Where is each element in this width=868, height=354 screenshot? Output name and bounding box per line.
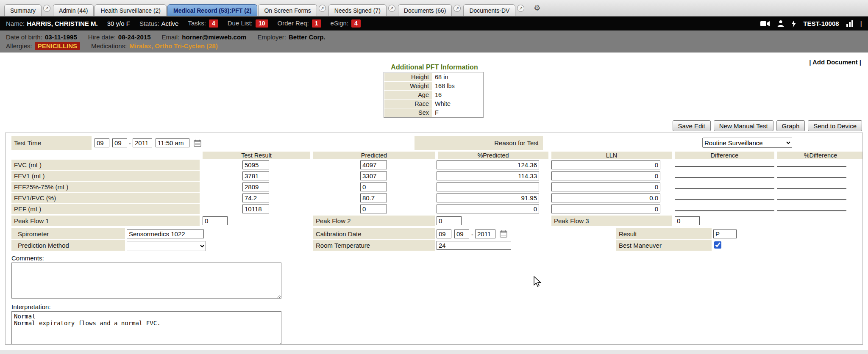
test-time-clock-input[interactable]: [156, 138, 189, 147]
fvc-pct-predicted-input[interactable]: [437, 160, 539, 169]
comments-textarea[interactable]: [11, 263, 281, 299]
calibration-month-input[interactable]: [437, 230, 451, 238]
order-req[interactable]: Order Req:1: [278, 19, 321, 28]
interpretation-textarea[interactable]: Normal Normal expiratory flows and a nor…: [11, 311, 281, 345]
peak-flow-1-label: Peak Flow 1: [11, 216, 200, 226]
reason-for-test-select[interactable]: Routine Surveillance: [702, 138, 792, 148]
email-label: Email:: [162, 33, 180, 41]
calendar-icon[interactable]: [500, 230, 507, 239]
new-manual-test-button[interactable]: New Manual Test: [714, 120, 773, 131]
sex-value: F: [432, 108, 483, 117]
tab-documents-dv[interactable]: Documents-DV: [463, 4, 515, 16]
horizontal-scrollbar[interactable]: [0, 350, 868, 354]
fvc-label: FVC (mL): [11, 160, 200, 170]
demographics-line-2: Allergies: PENICILLINS Medications: Mira…: [6, 41, 862, 50]
tasks[interactable]: Tasks:4: [188, 19, 218, 28]
fev1-predicted-input[interactable]: [360, 171, 387, 180]
fev1-fvc-lln-input[interactable]: [551, 194, 660, 202]
gears-icon[interactable]: ⚙: [534, 3, 540, 13]
fev1-row: FEV1 (mL): [11, 171, 862, 182]
video-camera-icon[interactable]: [760, 20, 770, 27]
tab-summary[interactable]: Summary: [4, 4, 42, 16]
popout-icon[interactable]: ↗: [388, 5, 395, 12]
pef-lln-input[interactable]: [551, 205, 660, 213]
esign-count-badge[interactable]: 4: [351, 19, 361, 28]
calibration-year-input[interactable]: [475, 230, 495, 238]
lightning-icon[interactable]: [791, 20, 796, 28]
fev1-lln-input[interactable]: [551, 171, 660, 180]
fev1-test-result-input[interactable]: [242, 171, 269, 180]
calendar-icon[interactable]: [194, 139, 201, 149]
add-document: | Add Document |: [809, 58, 861, 66]
popout-icon[interactable]: ↗: [453, 5, 461, 12]
weight-label: Weight: [384, 82, 432, 90]
fev1-fvc-predicted-input[interactable]: [360, 194, 387, 202]
test-time-day-input[interactable]: [112, 138, 127, 147]
send-to-device-button[interactable]: Send to Device: [808, 120, 862, 131]
esign[interactable]: eSign:4: [331, 19, 361, 28]
test-time-month-input[interactable]: [95, 138, 109, 147]
pef-predicted-input[interactable]: [360, 205, 387, 213]
save-edit-button[interactable]: Save Edit: [673, 120, 711, 131]
allergy-badge[interactable]: PENICILLINS: [35, 42, 80, 50]
fvc-predicted-input[interactable]: [360, 160, 387, 169]
best-maneuver-label: Best Maneuver: [616, 240, 712, 251]
toolbar-divider: |: [860, 19, 862, 28]
tab-admin[interactable]: Admin (44): [53, 4, 94, 16]
fev1-fvc-test-result-input[interactable]: [242, 194, 269, 202]
medications-value[interactable]: Miralax, Ortho Tri-Cyclen (28): [129, 42, 217, 50]
best-maneuver-checkbox[interactable]: [714, 241, 721, 249]
fef25-75-lln-input[interactable]: [551, 183, 660, 191]
order-req-count-badge[interactable]: 1: [312, 19, 321, 28]
height-value: 68 in: [432, 73, 483, 81]
fef25-75-pct-predicted-input[interactable]: [437, 183, 539, 191]
tab-documents-label: Documents (66): [404, 7, 446, 14]
tab-bar: Summary ↗ Admin (44) Health Surveillance…: [0, 0, 868, 17]
additional-pft-information: Additional PFT Information Height68 in W…: [384, 64, 485, 118]
tab-on-screen-forms[interactable]: On Screen Forms: [258, 4, 317, 16]
tab-medical-record[interactable]: Medical Record (53):PFT (2): [167, 4, 257, 16]
calibration-day-input[interactable]: [454, 230, 469, 238]
add-document-link[interactable]: Add Document: [812, 58, 858, 66]
col-difference: Difference: [675, 152, 774, 159]
due-list-count-badge[interactable]: 10: [256, 19, 268, 28]
person-icon[interactable]: [777, 20, 785, 27]
peak-flow-1-input[interactable]: [203, 216, 228, 225]
fev1-difference-line: [675, 177, 774, 178]
tab-health-surveillance-label: Health Surveillance (2): [100, 7, 161, 14]
pef-pct-predicted-input[interactable]: [437, 205, 539, 213]
fev1-pct-predicted-input[interactable]: [437, 171, 539, 180]
room-temperature-input[interactable]: [437, 241, 511, 250]
hire-date-value: 08-24-2015: [118, 33, 151, 41]
fef25-75-predicted-input[interactable]: [360, 183, 387, 191]
tab-on-screen-forms-label: On Screen Forms: [264, 7, 311, 14]
graph-button[interactable]: Graph: [776, 120, 805, 131]
tab-needs-signed[interactable]: Needs Signed (7): [328, 4, 387, 16]
fvc-lln-input[interactable]: [551, 160, 660, 169]
result-label: Result: [616, 228, 712, 239]
spirometer-input[interactable]: [127, 230, 204, 238]
pef-test-result-input[interactable]: [242, 205, 269, 213]
prediction-method-select[interactable]: [127, 241, 206, 251]
name-value: HARRIS, CHRISTINE M.: [27, 20, 98, 27]
action-buttons: Save Edit New Manual Test Graph Send to …: [673, 120, 862, 131]
popout-icon[interactable]: ↗: [517, 5, 524, 12]
peak-flow-2-input[interactable]: [437, 216, 462, 225]
tasks-count-badge[interactable]: 4: [209, 19, 218, 28]
due-list[interactable]: Due List:10: [228, 19, 268, 28]
tab-health-surveillance[interactable]: Health Surveillance (2): [95, 4, 167, 16]
test-time-year-input[interactable]: [133, 138, 152, 147]
tab-documents[interactable]: Documents (66): [398, 4, 452, 16]
result-input[interactable]: [713, 230, 737, 238]
test-time-label: Test Time: [11, 136, 92, 150]
dob-label: Date of birth:: [6, 33, 42, 41]
popout-icon[interactable]: ↗: [43, 5, 50, 12]
fvc-difference-line: [675, 166, 774, 167]
fef25-75-test-result-input[interactable]: [242, 183, 269, 191]
bar-chart-icon[interactable]: [846, 20, 854, 27]
fvc-test-result-input[interactable]: [242, 160, 269, 169]
fev1-fvc-pct-predicted-input[interactable]: [437, 194, 539, 202]
popout-icon[interactable]: ↗: [319, 5, 326, 12]
fef25-75-label: FEF25%-75% (mL): [11, 182, 200, 192]
peak-flow-3-input[interactable]: [675, 216, 700, 225]
